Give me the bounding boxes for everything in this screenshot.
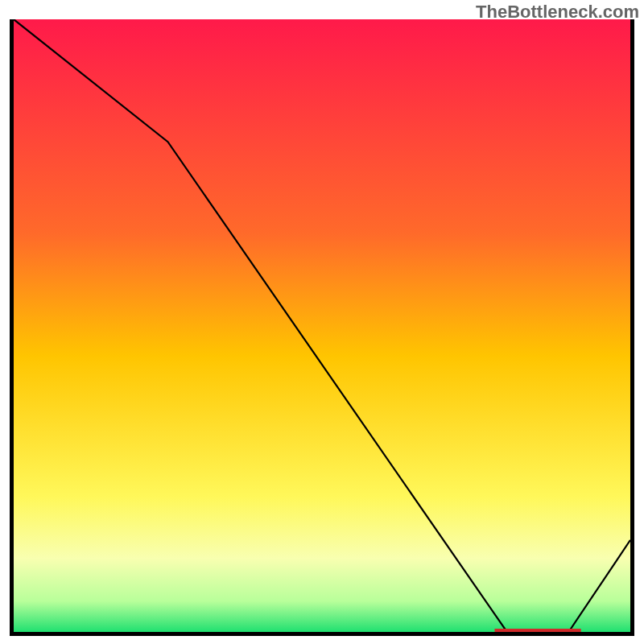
- chart-container: TheBottleneck.com: [0, 0, 644, 644]
- plot-area: [10, 19, 634, 636]
- watermark-label: TheBottleneck.com: [476, 2, 639, 23]
- gradient-background: [14, 19, 630, 632]
- chart-svg: [14, 19, 630, 632]
